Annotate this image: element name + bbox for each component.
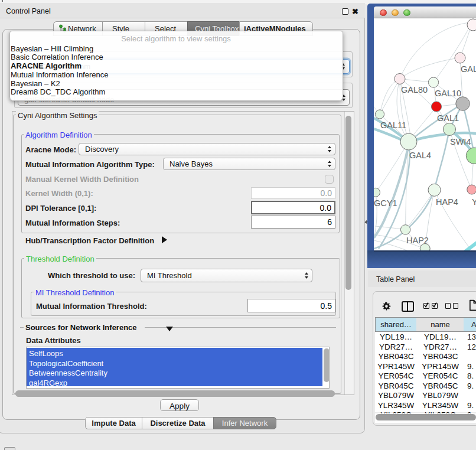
svg-text:GAL4: GAL4: [409, 151, 431, 160]
svg-text:HAP4: HAP4: [436, 197, 458, 207]
svg-text:Y: Y: [472, 197, 476, 207]
svg-text:GCY1: GCY1: [374, 198, 397, 208]
svg-text:GAL10: GAL10: [435, 89, 461, 98]
svg-text:GAL80: GAL80: [401, 85, 428, 94]
svg-text:GAL1: GAL1: [437, 113, 459, 123]
svg-text:HAP2: HAP2: [406, 236, 429, 245]
svg-text:SWI4: SWI4: [450, 137, 471, 146]
svg-text:GAL: GAL: [461, 64, 476, 74]
svg-text:GAL11: GAL11: [380, 120, 406, 130]
